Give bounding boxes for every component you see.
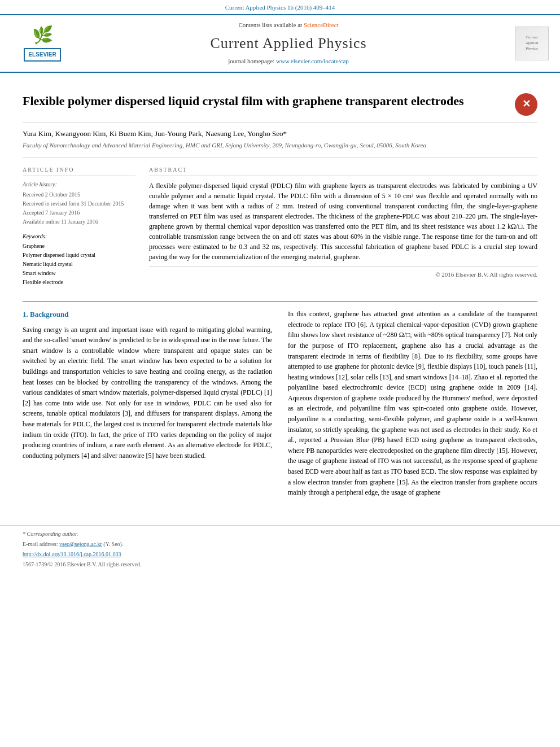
body-left-column: 1. Background Saving energy is an urgent… [23, 309, 272, 503]
article-info-column: ARTICLE INFO Article history: Received 2… [23, 166, 135, 287]
background-heading: 1. Background [23, 309, 272, 320]
keyword-5: Flexible electrode [23, 278, 135, 286]
main-content: Flexible polymer dispersed liquid crysta… [0, 73, 560, 514]
keyword-4: Smart window [23, 269, 135, 277]
footer-doi-line: http://dx.doi.org/10.1016/j.cap.2016.01.… [23, 551, 537, 558]
elsevier-plant-icon: 🌿 [32, 23, 53, 47]
homepage-link[interactable]: www.elsevier.com/locate/cap [276, 58, 349, 64]
footer-email-label: E-mail address: [23, 541, 58, 547]
footer-email-suffix: (Y. Seo). [103, 541, 123, 547]
abstract-label: ABSTRACT [149, 166, 537, 176]
received-revised-date: Received in revised form 31 December 201… [23, 200, 135, 208]
article-history: Article history: Received 2 October 2015… [23, 181, 135, 226]
body-section: 1. Background Saving energy is an urgent… [23, 301, 537, 503]
keyword-3: Nematic liquid crystal [23, 260, 135, 268]
history-label: Article history: [23, 181, 135, 189]
elsevier-logo: ELSEVIER [24, 48, 60, 62]
body-right-text: In this context, graphene has attracted … [288, 309, 537, 498]
affiliation: Faculty of Nanotechnology and Advanced M… [23, 141, 537, 158]
crossmark-badge: ✕ [515, 93, 537, 116]
journal-header: 🌿 ELSEVIER Contents lists available at S… [0, 14, 560, 72]
body-left-text: Saving energy is an urgent and important… [23, 325, 272, 461]
body-right-column: In this context, graphene has attracted … [288, 309, 537, 503]
article-title: Flexible polymer dispersed liquid crysta… [23, 93, 506, 110]
homepage-line: journal homepage: www.elsevier.com/locat… [73, 57, 504, 65]
authors: Yura Kim, Kwangyoon Kim, Ki Buem Kim, Ju… [23, 123, 537, 141]
footer-email-link[interactable]: yseo@sejong.ac.kr [59, 541, 102, 547]
article-title-section: Flexible polymer dispersed liquid crysta… [23, 84, 537, 123]
science-direct-line: Contents lists available at ScienceDirec… [73, 21, 504, 29]
info-abstract-layout: ARTICLE INFO Article history: Received 2… [23, 166, 537, 287]
footer-doi-link[interactable]: http://dx.doi.org/10.1016/j.cap.2016.01.… [23, 551, 121, 557]
copyright-line: © 2016 Elsevier B.V. All rights reserved… [149, 267, 537, 279]
keyword-1: Graphene [23, 242, 135, 250]
accepted-date: Accepted 7 January 2016 [23, 209, 135, 217]
footer-email-line: E-mail address: yseo@sejong.ac.kr (Y. Se… [23, 540, 537, 548]
journal-center: Contents lists available at ScienceDirec… [73, 21, 504, 65]
footer-issn-line: 1567-1739/© 2016 Elsevier B.V. All right… [23, 561, 537, 569]
body-two-col: 1. Background Saving energy is an urgent… [23, 309, 537, 503]
journal-logo-right: CurrentAppliedPhysics [504, 27, 549, 60]
crossmark-icon: ✕ [515, 93, 537, 116]
journal-logo-left: 🌿 ELSEVIER [11, 23, 73, 63]
journal-cover-icon: CurrentAppliedPhysics [515, 27, 549, 60]
keyword-2: Polymer dispersed liquid crystal [23, 251, 135, 259]
received-date: Received 2 October 2015 [23, 191, 135, 199]
abstract-column: ABSTRACT A flexible polymer-dispersed li… [149, 166, 537, 287]
journal-reference-bar: Current Applied Physics 16 (2016) 409–41… [0, 0, 560, 14]
article-info-label: ARTICLE INFO [23, 166, 135, 176]
available-date: Available online 11 January 2016 [23, 218, 135, 226]
journal-title: Current Applied Physics [73, 33, 504, 54]
page-footer: * Corresponding author. E-mail address: … [0, 525, 560, 575]
keywords-label: Keywords: [23, 233, 135, 241]
science-direct-link[interactable]: ScienceDirect [304, 21, 339, 28]
keywords-section: Keywords: Graphene Polymer dispersed liq… [23, 233, 135, 286]
abstract-text: A flexible polymer-dispersed liquid crys… [149, 181, 537, 262]
footer-corresponding: * Corresponding author. [23, 530, 537, 538]
